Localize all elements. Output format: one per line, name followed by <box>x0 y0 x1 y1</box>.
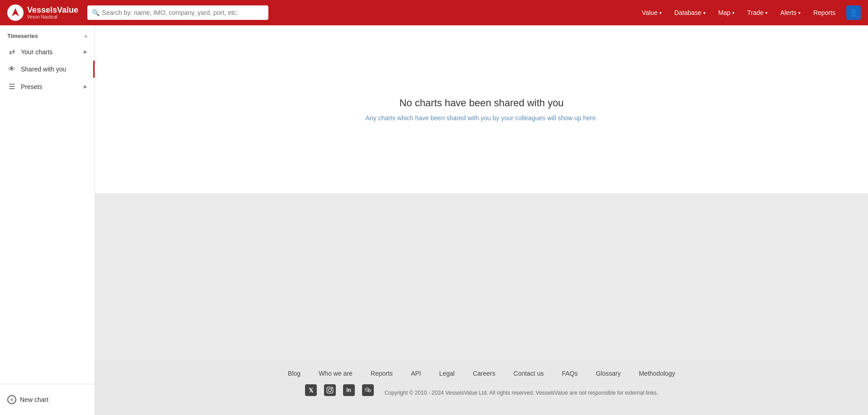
main-nav: Value ▾ Database ▾ Map ▾ Trade ▾ Alerts … <box>636 5 861 20</box>
svg-point-6 <box>366 389 367 390</box>
trade-chevron-icon: ▾ <box>765 10 768 15</box>
sidebar-footer: + New chart <box>0 384 95 415</box>
sidebar-header: Timeseries « <box>0 25 95 43</box>
footer-copyright: Copyright © 2010 - 2024 VesselsValue Ltd… <box>385 390 658 396</box>
user-icon: 👤 <box>849 9 858 17</box>
svg-point-3 <box>328 389 331 392</box>
new-chart-button[interactable]: + New chart <box>7 391 87 408</box>
logo-main-text: VesselsValue <box>27 6 78 15</box>
gray-area <box>95 193 868 361</box>
nav-trade[interactable]: Trade ▾ <box>742 5 773 20</box>
alerts-chevron-icon: ▾ <box>798 10 801 15</box>
sidebar: Timeseries « ⇄ Your charts ▶ 👁 Shared wi… <box>0 25 95 415</box>
svg-point-4 <box>331 388 332 389</box>
footer-link-legal[interactable]: Legal <box>439 370 454 377</box>
shared-with-you-icon: 👁 <box>7 65 16 73</box>
footer-link-blog[interactable]: Blog <box>288 370 300 377</box>
footer-link-glossary[interactable]: Glossary <box>596 370 620 377</box>
empty-subtitle: Any charts which have been shared with y… <box>366 114 598 122</box>
sidebar-item-label-your-charts: Your charts <box>21 48 52 56</box>
footer-links: Blog Who we are Reports API Legal Career… <box>113 370 850 377</box>
search-wrapper: 🔍 <box>87 5 268 20</box>
twitter-icon[interactable]: 𝕏 <box>305 384 317 396</box>
sidebar-item-label-presets: Presets <box>21 83 42 90</box>
presets-icon: ☰ <box>7 82 16 91</box>
content-area: No charts have been shared with you Any … <box>95 25 868 193</box>
empty-title: No charts have been shared with you <box>366 97 598 109</box>
footer-link-contact-us[interactable]: Contact us <box>514 370 544 377</box>
footer-link-who-we-are[interactable]: Who we are <box>319 370 353 377</box>
map-chevron-icon: ▾ <box>732 10 734 15</box>
wechat-icon[interactable] <box>362 384 374 396</box>
logo-sub-text: Veson Nautical <box>27 14 78 19</box>
instagram-icon[interactable] <box>324 384 336 396</box>
footer-social: 𝕏 in <box>305 384 374 396</box>
user-avatar[interactable]: 👤 <box>846 5 861 20</box>
new-chart-label: New chart <box>20 396 48 403</box>
logo-text: VesselsValue Veson Nautical <box>27 6 78 20</box>
sidebar-section-title: Timeseries <box>7 33 38 39</box>
footer-link-careers[interactable]: Careers <box>473 370 496 377</box>
nav-map[interactable]: Map ▾ <box>713 5 740 20</box>
nav-reports[interactable]: Reports <box>808 5 841 20</box>
database-chevron-icon: ▾ <box>703 10 706 15</box>
app-body: Timeseries « ⇄ Your charts ▶ 👁 Shared wi… <box>0 25 868 415</box>
search-icon: 🔍 <box>92 9 100 16</box>
main-content: No charts have been shared with you Any … <box>95 25 868 415</box>
sidebar-item-your-charts[interactable]: ⇄ Your charts ▶ <box>0 43 95 61</box>
search-input[interactable] <box>87 5 268 20</box>
footer-link-api[interactable]: API <box>411 370 421 377</box>
sidebar-item-presets[interactable]: ☰ Presets ▶ <box>0 78 95 95</box>
svg-point-7 <box>367 389 368 390</box>
nav-value[interactable]: Value ▾ <box>636 5 667 20</box>
logo-icon <box>7 5 24 21</box>
footer-link-reports[interactable]: Reports <box>371 370 393 377</box>
plus-icon: + <box>7 395 16 404</box>
empty-state: No charts have been shared with you Any … <box>348 70 616 149</box>
nav-alerts[interactable]: Alerts ▾ <box>775 5 806 20</box>
svg-point-10 <box>369 391 370 391</box>
header: VesselsValue Veson Nautical 🔍 Value ▾ Da… <box>0 0 868 25</box>
nav-database[interactable]: Database ▾ <box>669 5 711 20</box>
sidebar-item-shared-with-you[interactable]: 👁 Shared with you <box>0 61 95 78</box>
footer: Blog Who we are Reports API Legal Career… <box>95 361 868 415</box>
svg-point-9 <box>368 391 369 391</box>
presets-arrow-icon: ▶ <box>84 84 87 89</box>
footer-link-methodology[interactable]: Methodology <box>639 370 675 377</box>
your-charts-arrow-icon: ▶ <box>84 49 87 54</box>
your-charts-icon: ⇄ <box>7 47 16 56</box>
footer-link-faqs[interactable]: FAQs <box>562 370 577 377</box>
svg-rect-2 <box>327 387 333 393</box>
linkedin-icon[interactable]: in <box>343 384 355 396</box>
value-chevron-icon: ▾ <box>659 10 662 15</box>
sidebar-collapse-button[interactable]: « <box>84 33 87 39</box>
logo[interactable]: VesselsValue Veson Nautical <box>7 5 78 21</box>
sidebar-item-label-shared: Shared with you <box>21 66 66 73</box>
